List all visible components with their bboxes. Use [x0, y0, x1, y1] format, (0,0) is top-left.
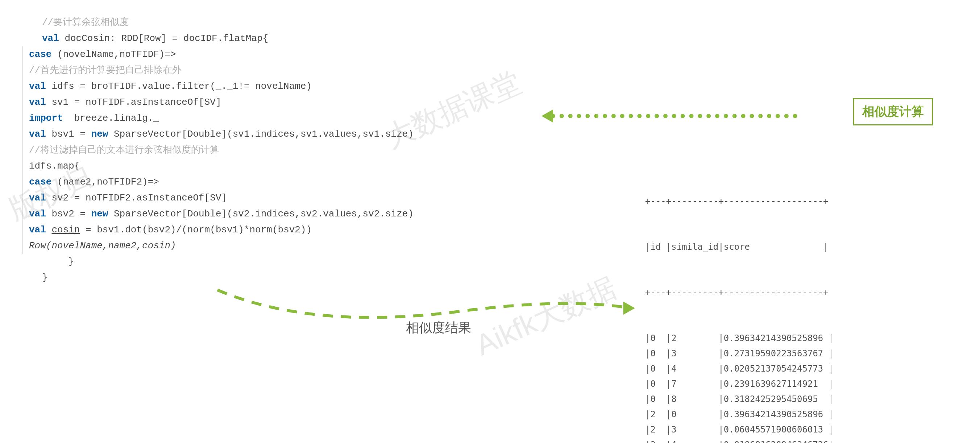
table-row: |0 |4 |0.02052137054245773 | — [645, 361, 834, 376]
code-line: import breeze.linalg._ — [22, 110, 951, 126]
table-row: |0 |8 |0.3182425295450695 | — [645, 392, 834, 407]
code-line: val idfs = broTFIDF.value.filter(_._1!= … — [22, 78, 951, 94]
table-row: |2 |4 |0.018681620946346726| — [645, 437, 834, 443]
dashed-arrow-head-icon — [624, 302, 635, 315]
similarity-result-label: 相似度结果 — [406, 319, 471, 337]
similarity-calc-label: 相似度计算 — [853, 98, 933, 126]
table-row: |0 |2 |0.39634214390525896 | — [645, 331, 834, 346]
dotted-arrow-head-icon — [541, 110, 553, 123]
code-comment: //首先进行的计算要把自己排除在外 — [22, 62, 951, 78]
code-line: val bsv1 = new SparseVector[Double](sv1.… — [22, 126, 951, 142]
table-border: +---+---------+-------------------+ — [645, 285, 834, 300]
dotted-arrow-line — [551, 114, 797, 118]
code-line: case (novelName,noTFIDF)=> — [22, 46, 951, 62]
code-comment: //要计算余弦相似度 — [29, 14, 951, 30]
table-row: |0 |3 |0.27319590223563767 | — [645, 346, 834, 361]
code-line: val docCosin: RDD[Row] = docIDF.flatMap{ — [29, 30, 951, 46]
code-comment: //将过滤掉自己的文本进行余弦相似度的计算 — [22, 142, 951, 158]
result-table: +---+---------+-------------------+ |id … — [645, 163, 834, 443]
table-border: +---+---------+-------------------+ — [645, 194, 834, 209]
table-header: |id |simila_id|score | — [645, 239, 834, 255]
table-row: |0 |7 |0.2391639627114921 | — [645, 376, 834, 392]
page: 大数据课堂 Aikfk大数据 版权归 //要计算余弦相似度 val docCos… — [0, 0, 980, 443]
table-row: |2 |3 |0.06045571900606013 | — [645, 422, 834, 437]
table-row: |2 |0 |0.39634214390525896 | — [645, 407, 834, 422]
code-line: val sv1 = noTFIDF.asInstanceOf[SV] — [22, 94, 951, 110]
